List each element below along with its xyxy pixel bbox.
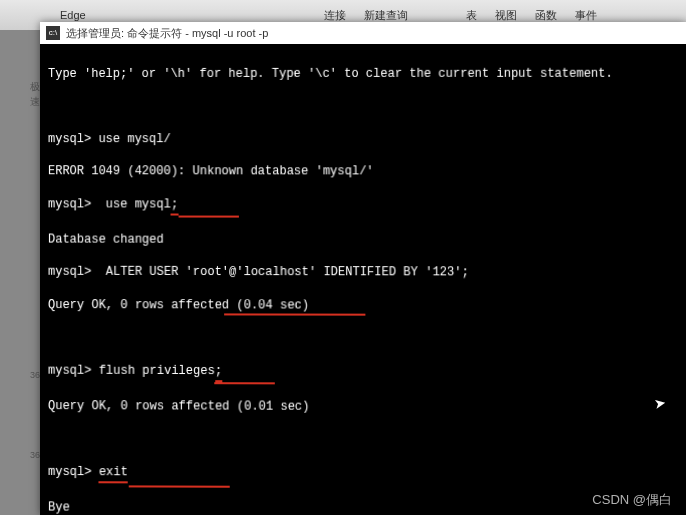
cmd-window: c:\ 选择管理员: 命令提示符 - mysql -u root -p Type… bbox=[40, 22, 686, 515]
toolbar-item[interactable]: 事件 bbox=[575, 8, 597, 23]
side-text: 极 bbox=[30, 80, 40, 94]
terminal-line: Database changed bbox=[48, 232, 684, 249]
window-title: 选择管理员: 命令提示符 - mysql -u root -p bbox=[66, 26, 268, 41]
terminal-line: ERROR 1049 (42000): Unknown database 'my… bbox=[48, 163, 683, 180]
terminal-line bbox=[48, 329, 685, 347]
toolbar-item[interactable]: 连接 bbox=[324, 8, 346, 23]
cmd-icon: c:\ bbox=[46, 26, 60, 40]
toolbar-item[interactable]: 函数 bbox=[535, 8, 557, 23]
toolbar-item[interactable]: 表 bbox=[466, 8, 477, 23]
watermark-text: CSDN @偶白 bbox=[592, 491, 672, 509]
toolbar-item[interactable]: Edge bbox=[60, 9, 86, 21]
terminal-line: Query OK, 0 rows affected (0.01 sec) bbox=[48, 398, 686, 416]
toolbar-item[interactable]: 视图 bbox=[495, 8, 517, 23]
window-titlebar[interactable]: c:\ 选择管理员: 命令提示符 - mysql -u root -p bbox=[40, 22, 686, 44]
toolbar-item[interactable]: 新建查询 bbox=[364, 8, 408, 23]
terminal-line: Type 'help;' or '\h' for help. Type '\c'… bbox=[48, 66, 682, 82]
terminal-line: Bye bbox=[48, 499, 686, 515]
terminal-line: mysql> flush privileges; bbox=[48, 362, 685, 383]
terminal-line: mysql> exit bbox=[48, 464, 686, 486]
side-text: 速 bbox=[30, 95, 40, 109]
terminal-line: mysql> use mysql/ bbox=[48, 131, 683, 147]
terminal-line bbox=[48, 431, 686, 449]
terminal-line: Query OK, 0 rows affected (0.04 sec) bbox=[48, 297, 684, 314]
terminal-line: mysql> use mysql; bbox=[48, 196, 683, 216]
terminal-line: mysql> ALTER USER 'root'@'localhost' IDE… bbox=[48, 264, 684, 281]
terminal-output[interactable]: Type 'help;' or '\h' for help. Type '\c'… bbox=[40, 44, 686, 515]
mouse-cursor-icon: ➤ bbox=[653, 394, 668, 412]
terminal-line bbox=[48, 98, 682, 114]
